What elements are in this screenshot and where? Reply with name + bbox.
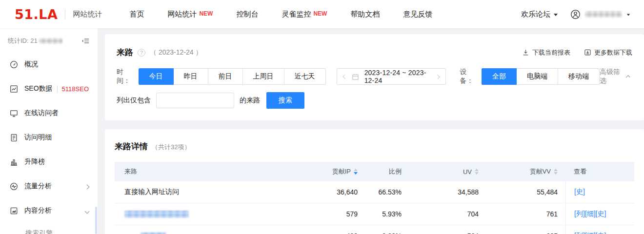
download-report-link[interactable]: 下载当前报表 — [522, 48, 570, 57]
chevron-up-icon — [625, 75, 630, 79]
new-badge: NEW — [313, 10, 327, 17]
sidebar-collapse-icon[interactable] — [82, 37, 90, 45]
nav-item-lark-monitor[interactable]: 灵雀监控 NEW — [282, 10, 327, 19]
panel-header: 来路 ? （ 2023-12-24 ） 下载当前报表 更多数据下载 — [117, 47, 632, 58]
referrer-filter-panel: 来路 ? （ 2023-12-24 ） 下载当前报表 更多数据下载 — [105, 34, 644, 120]
table-row: www..com 432 3.33% 564 625 [列][细][史] — [115, 225, 634, 234]
chevron-right-icon — [85, 182, 89, 190]
list-detail-history-links[interactable]: [列][细][史] — [574, 210, 606, 218]
source-url-redacted[interactable] — [124, 211, 189, 218]
user-avatar-icon — [570, 9, 581, 20]
uv-cell: 564 — [402, 232, 480, 234]
col-header-ip[interactable]: 贡献IP — [322, 167, 359, 176]
col-header-view: 查看 — [565, 162, 634, 181]
line-chart-icon — [10, 85, 18, 93]
date-range-picker[interactable]: 2023-12-24 ~ 2023-12-24 — [337, 68, 446, 85]
advanced-filter-toggle[interactable]: 高级筛选 — [600, 68, 629, 85]
col-header-source: 来路 — [115, 167, 322, 176]
navbar-right: 欢乐论坛 — [521, 9, 630, 20]
nav-item-help-docs[interactable]: 帮助文档 — [350, 10, 380, 19]
search-suffix-label: 的来路 — [240, 96, 260, 105]
new-badge: NEW — [199, 10, 213, 17]
uv-cell: 704 — [402, 210, 480, 218]
time-option-day-before[interactable]: 前日 — [208, 68, 243, 85]
sort-icon[interactable] — [475, 169, 479, 175]
download-links: 下载当前报表 更多数据下载 — [522, 48, 632, 57]
sidebar-item-overview[interactable]: 概况 — [0, 52, 98, 77]
sidebar-item-content-analysis[interactable]: 内容分析 — [0, 198, 98, 223]
table-row: 579 5.93% 704 761 [列][细][史] — [115, 203, 634, 225]
area-chart-icon — [10, 207, 18, 215]
view-links-cell: [列][细][史] — [565, 203, 634, 225]
main-content: 来路 ? （ 2023-12-24 ） 下载当前报表 更多数据下载 — [98, 28, 644, 234]
source-cell: www..com — [115, 232, 322, 234]
device-option-all[interactable]: 全部 — [482, 68, 517, 85]
view-links-cell: [史] — [565, 181, 634, 203]
source-cell — [115, 210, 322, 218]
nav-item-console[interactable]: 控制台 — [236, 10, 258, 19]
sidebar-item-traffic-analysis[interactable]: 流量分析 — [0, 174, 98, 198]
chevron-down-icon — [554, 14, 558, 16]
forum-dropdown[interactable]: 欢乐论坛 — [521, 10, 558, 19]
nav-item-feedback[interactable]: 意见反馈 — [403, 10, 432, 19]
download-box-icon — [584, 49, 591, 56]
device-group: 全部 电脑端 移动端 — [482, 68, 600, 85]
seo-5118-link[interactable]: 5118SEO — [57, 85, 89, 93]
document-icon — [10, 134, 18, 142]
device-label: 设备： — [460, 68, 478, 85]
download-icon — [522, 49, 529, 56]
referrer-detail-panel: 来路详情 （共计32项） 来路 贡献IP 比例 UV — [105, 129, 644, 234]
search-button[interactable]: 搜索 — [266, 92, 304, 109]
list-detail-history-links[interactable]: [列][细][史] — [574, 232, 606, 234]
ip-cell: 579 — [322, 210, 359, 218]
chevron-down-icon — [627, 14, 630, 16]
sidebar-item-visit-details[interactable]: 访问明细 — [0, 125, 98, 150]
source-url-link[interactable]: www..com — [124, 232, 181, 234]
device-option-mobile[interactable]: 移动端 — [558, 68, 600, 85]
col-header-vv[interactable]: 贡献VV — [480, 167, 559, 176]
product-name: 网站统计 — [65, 9, 102, 20]
sidebar-scrollbar[interactable] — [95, 207, 97, 234]
sidebar: 统计ID: 21 概况 — [0, 28, 98, 234]
time-option-today[interactable]: 今日 — [139, 68, 174, 85]
sidebar-item-seo-data[interactable]: SEO数据 5118SEO — [0, 77, 98, 101]
help-icon[interactable]: ? — [138, 49, 145, 57]
chevron-left-icon[interactable] — [342, 74, 347, 78]
brand-logo[interactable]: 51.LA — [15, 7, 58, 22]
vv-cell: 761 — [480, 210, 559, 218]
time-option-yesterday[interactable]: 昨日 — [173, 68, 208, 85]
date-range-value: 2023-12-24 ~ 2023-12-24 — [364, 69, 431, 84]
nav-item-home[interactable]: 首页 — [129, 10, 144, 19]
sidebar-item-search-engine[interactable]: 搜索引擎 — [0, 223, 98, 234]
user-menu[interactable] — [570, 9, 630, 20]
stat-id-redacted — [39, 38, 62, 44]
sidebar-item-online-visitors[interactable]: 在线访问者 — [0, 101, 98, 125]
sort-icon[interactable] — [554, 169, 558, 175]
sidebar-item-rank-changes[interactable]: 升降榜 — [0, 150, 98, 174]
sidebar-menu: 概况 SEO数据 5118SEO 在线访问者 — [0, 48, 98, 234]
time-option-last-7-days[interactable]: 近七天 — [284, 68, 326, 85]
calendar-icon — [352, 73, 359, 80]
referrer-search-input[interactable] — [156, 93, 234, 108]
referrer-table: 来路 贡献IP 比例 UV 贡献VV — [115, 162, 634, 234]
time-label: 时间： — [117, 68, 135, 85]
device-option-pc[interactable]: 电脑端 — [516, 68, 558, 85]
time-option-last-sunday[interactable]: 上周日 — [242, 68, 284, 85]
history-link[interactable]: [史] — [574, 188, 585, 196]
sort-icon[interactable] — [354, 169, 358, 175]
total-count: （共计32项） — [152, 143, 190, 152]
chevron-right-icon[interactable] — [436, 74, 440, 78]
col-header-uv[interactable]: UV — [402, 168, 480, 176]
ratio-cell: 66.53% — [359, 188, 402, 196]
stat-id: 统计ID: 21 — [8, 37, 62, 45]
main-nav: 首页 网站统计 NEW 控制台 灵雀监控 NEW 帮助文档 意见反馈 — [129, 10, 456, 19]
monitor-icon — [10, 109, 18, 117]
time-range-group: 今日 昨日 前日 上周日 近七天 — [139, 68, 326, 85]
uv-cell: 34,588 — [402, 188, 480, 196]
download-more-link[interactable]: 更多数据下载 — [584, 48, 632, 57]
table-row: 直接输入网址访问 36,640 66.53% 34,588 55,484 [史] — [115, 181, 634, 203]
source-cell: 直接输入网址访问 — [115, 188, 322, 196]
nav-item-site-stats[interactable]: 网站统计 NEW — [167, 10, 213, 19]
report-date: （ 2023-12-24 ） — [150, 48, 202, 57]
detail-header: 来路详情 （共计32项） — [115, 141, 634, 152]
